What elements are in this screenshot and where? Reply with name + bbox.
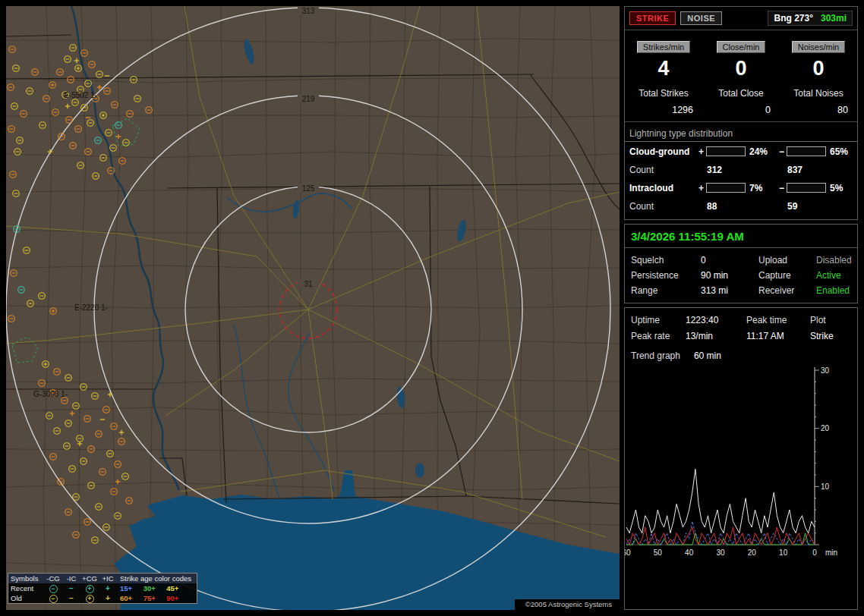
capture-status: Active xyxy=(816,270,860,281)
svg-text:0: 0 xyxy=(812,548,817,557)
age-60: 60+ xyxy=(120,594,141,602)
trend-graph-label: Trend graph xyxy=(631,350,680,361)
noises-per-min-value: 0 xyxy=(780,57,857,80)
ic-negative-pct: 5% xyxy=(826,183,857,193)
total-close-label: Total Close xyxy=(702,88,780,99)
receiver-status: Enabled xyxy=(816,285,860,296)
cg-negative-count: 837 xyxy=(777,165,857,175)
trend-panel: Uptime 1223:40 Peak time Plot Peak rate … xyxy=(624,307,858,610)
cg-positive-pct: 24% xyxy=(746,146,777,157)
svg-text:20: 20 xyxy=(748,548,757,557)
recent-pos-ic-icon: + xyxy=(99,584,117,592)
legend-col-pos-cg: +CG xyxy=(80,574,99,583)
rate-chips-row: Strikes/min Close/min Noises/min xyxy=(625,41,857,53)
noise-mode-button[interactable]: NOISE xyxy=(680,11,722,25)
count-label: Count xyxy=(629,201,696,212)
plot-mode-value: Strike xyxy=(810,331,854,341)
svg-text:E-5502 1-: E-5502 1- xyxy=(64,91,97,99)
settings-row: Persistence 90 min Capture Active xyxy=(625,268,857,283)
svg-text:125: 125 xyxy=(302,184,315,193)
settings-row: Range 313 mi Receiver Enabled xyxy=(625,283,857,298)
legend-col-neg-cg: -CG xyxy=(44,574,62,583)
persistence-label: Persistence xyxy=(631,270,701,281)
svg-text:G-3008 1-: G-3008 1- xyxy=(33,390,68,398)
cg-positive-count: 312 xyxy=(696,165,777,175)
svg-text:31: 31 xyxy=(304,280,313,288)
ic-negative-count: 59 xyxy=(777,201,857,212)
range-label: Range xyxy=(631,285,701,296)
recent-pos-cg-icon: + xyxy=(86,585,94,593)
legend-age-header: Strike age color codes xyxy=(117,574,194,583)
bearing-value: Bng 273° xyxy=(774,13,812,24)
cg-negative-pct: 65% xyxy=(826,146,857,157)
uptime-label: Uptime xyxy=(631,315,686,325)
strike-mode-button[interactable]: STRIKE xyxy=(629,11,676,25)
squelch-label: Squelch xyxy=(631,255,701,266)
total-strikes-label: Total Strikes xyxy=(625,88,702,99)
map-legend: Symbols -CG -IC +CG +IC Strike age color… xyxy=(8,573,197,604)
plus-sign: + xyxy=(696,183,706,193)
cg-positive-bar xyxy=(706,146,746,156)
settings-row: Squelch 0 Upload Disabled xyxy=(625,253,857,268)
legend-col-pos-ic: +IC xyxy=(99,574,117,583)
intracloud-count-row: Count 88 59 xyxy=(625,197,857,219)
status-sidebar: STRIKE NOISE Bng 273° 303mi Strikes/min … xyxy=(624,6,858,610)
svg-text:60: 60 xyxy=(625,548,631,557)
uptime-value: 1223:40 xyxy=(686,315,746,325)
total-noises-label: Total Noises xyxy=(780,88,857,99)
old-neg-ic-icon: − xyxy=(62,594,80,602)
peak-time-value: 11:17 AM xyxy=(746,331,810,341)
age-45: 45+ xyxy=(166,584,188,592)
peak-rate-row: Peak rate 13/min 11:17 AM Strike xyxy=(625,328,857,344)
strikes-per-min-value: 4 xyxy=(625,57,702,80)
ic-positive-bar xyxy=(706,183,746,193)
legend-header-row: Symbols -CG -IC +CG +IC Strike age color… xyxy=(8,574,197,583)
svg-text:10: 10 xyxy=(779,548,788,557)
rate-values-row: 4 0 0 xyxy=(625,57,857,80)
svg-text:30: 30 xyxy=(821,366,830,375)
minus-sign: − xyxy=(777,146,787,157)
strikes-per-min-chip[interactable]: Strikes/min xyxy=(637,41,690,53)
age-75: 75+ xyxy=(143,594,165,602)
intracloud-label: Intracloud xyxy=(629,183,696,193)
old-neg-cg-icon: − xyxy=(49,595,58,603)
settings-panel: 3/4/2026 11:55:19 AM Squelch 0 Upload Di… xyxy=(624,224,858,303)
app-window: 31321912531 E-5502 1-E-2220 1-G-3008 1- … xyxy=(0,0,864,616)
trend-graph: 3020106050403020100min xyxy=(625,363,857,561)
bearing-readout: Bng 273° 303mi xyxy=(768,11,853,26)
cloud-ground-label: Cloud-ground xyxy=(629,146,696,157)
ic-positive-pct: 7% xyxy=(746,183,777,193)
persistence-value: 90 min xyxy=(701,270,758,281)
noises-per-min-chip[interactable]: Noises/min xyxy=(792,41,845,53)
total-strikes-value: 1296 xyxy=(625,105,702,115)
peak-rate-label: Peak rate xyxy=(631,331,686,341)
map-panel[interactable]: 31321912531 E-5502 1-E-2220 1-G-3008 1- … xyxy=(6,6,620,610)
age-30: 30+ xyxy=(143,584,165,592)
svg-text:min: min xyxy=(825,548,837,557)
total-noises-value: 80 xyxy=(780,105,857,115)
peak-rate-value: 13/min xyxy=(686,331,746,341)
mode-header: STRIKE NOISE Bng 273° 303mi xyxy=(625,7,857,30)
svg-text:40: 40 xyxy=(685,548,694,557)
old-pos-cg-icon: + xyxy=(86,595,94,603)
close-per-min-chip[interactable]: Close/min xyxy=(717,41,766,53)
svg-text:50: 50 xyxy=(654,548,663,557)
age-90: 90+ xyxy=(166,594,188,602)
lightning-map[interactable]: 31321912531 E-5502 1-E-2220 1-G-3008 1- xyxy=(6,6,620,610)
copyright-text: ©2005 Astrogenic Systems xyxy=(515,599,620,610)
legend-recent-label: Recent xyxy=(11,584,44,592)
datetime-display: 3/4/2026 11:55:19 AM xyxy=(625,225,857,248)
close-per-min-value: 0 xyxy=(702,57,780,80)
svg-text:30: 30 xyxy=(716,548,725,557)
total-close-value: 0 xyxy=(702,105,780,115)
legend-col-neg-ic: -IC xyxy=(62,574,80,583)
cloud-ground-row: Cloud-ground + 24% − 65% xyxy=(625,142,857,161)
intracloud-row: Intracloud + 7% − 5% xyxy=(625,178,857,197)
upload-status: Disabled xyxy=(816,255,860,266)
peak-time-label: Peak time xyxy=(746,315,810,325)
total-values-row: 1296 0 80 xyxy=(625,105,857,121)
distribution-title: Lightning type distribution xyxy=(625,121,857,142)
trend-graph-header: Trend graph 60 min xyxy=(625,344,857,363)
upload-label: Upload xyxy=(758,255,816,266)
svg-text:E-2220 1-: E-2220 1- xyxy=(74,303,108,312)
